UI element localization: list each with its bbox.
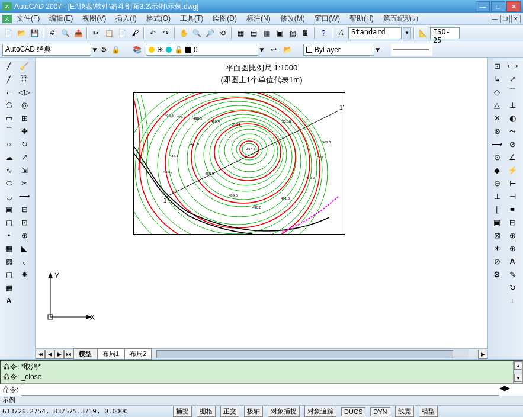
copy-tool[interactable]: ⿻ xyxy=(17,72,32,85)
polygon-tool[interactable]: ⬠ xyxy=(1,98,17,111)
toggle-model[interactable]: 模型 xyxy=(419,406,438,417)
arc-tool[interactable]: ⌒ xyxy=(1,124,17,137)
cut-button[interactable]: ✂ xyxy=(90,27,102,39)
dim-break-tool[interactable]: ⊟ xyxy=(505,216,520,229)
command-history[interactable]: 命令: *取消* 命令: _close ▲ ▼ xyxy=(0,360,523,384)
command-tab[interactable]: 示例 xyxy=(0,396,523,405)
zoom-previous-button[interactable]: ⟲ xyxy=(217,27,229,39)
menu-view[interactable]: 视图(V) xyxy=(78,12,111,25)
text-style-dropdown[interactable]: ▼ xyxy=(403,27,411,39)
offset-tool[interactable]: ◎ xyxy=(17,98,32,111)
gradient-tool[interactable]: ▨ xyxy=(1,255,17,268)
dim-jogged-tool[interactable]: ⤳ xyxy=(505,124,520,137)
stretch-tool[interactable]: ⇲ xyxy=(17,163,32,177)
dim-ordinate-tool[interactable]: ⊥ xyxy=(505,98,520,111)
menu-file[interactable]: 文件(F) xyxy=(12,12,44,25)
menu-draw[interactable]: 绘图(D) xyxy=(208,12,242,25)
hscroll-thumb[interactable] xyxy=(156,350,453,358)
cmd-hscroll-left[interactable]: ◀ xyxy=(499,384,505,396)
workspace-dropdown[interactable]: ▼ xyxy=(91,46,98,54)
pline-tool[interactable]: ⌐ xyxy=(1,85,17,98)
markup-set-button[interactable]: ▨ xyxy=(287,27,299,39)
properties-button[interactable]: ▦ xyxy=(235,27,246,39)
menu-insert[interactable]: 插入(I) xyxy=(111,12,141,25)
dim-angular-tool[interactable]: ∠ xyxy=(505,150,520,163)
undo-button[interactable]: ↶ xyxy=(147,27,159,39)
workspace-combo[interactable]: AutoCAD 经典 xyxy=(2,44,91,56)
osnap-end-icon[interactable]: ◇ xyxy=(489,85,505,98)
break-tool[interactable]: ⊡ xyxy=(17,216,32,229)
workspace-lock-icon[interactable]: 🔒 xyxy=(110,44,122,56)
osnap-settings-icon[interactable]: ⚙ xyxy=(489,268,505,281)
toggle-snap[interactable]: 捕捉 xyxy=(173,406,192,417)
menu-help[interactable]: 帮助(H) xyxy=(345,12,378,25)
command-input[interactable] xyxy=(21,384,499,396)
dim-style-tool[interactable]: ⟂ xyxy=(505,294,520,307)
tab-model[interactable]: 模型 xyxy=(73,348,97,360)
insert-tool[interactable]: ▣ xyxy=(1,203,17,216)
toggle-grid[interactable]: 栅格 xyxy=(197,406,216,417)
break-point-tool[interactable]: ⊟ xyxy=(17,203,32,216)
menu-format[interactable]: 格式(O) xyxy=(142,12,175,25)
table-tool[interactable]: ▦ xyxy=(1,281,17,294)
preview-button[interactable]: 🔍 xyxy=(59,27,71,39)
fillet-tool[interactable]: ◟ xyxy=(17,255,32,268)
cmd-vscroll-up[interactable]: ▲ xyxy=(514,361,522,370)
cmd-vscroll-down[interactable]: ▼ xyxy=(514,374,522,382)
mirror-tool[interactable]: ◁▷ xyxy=(17,85,32,98)
print-button[interactable]: 🖨 xyxy=(46,27,58,39)
doc-minimize-button[interactable]: — xyxy=(490,15,499,23)
close-button[interactable]: ✕ xyxy=(506,1,521,12)
erase-tool[interactable]: 🧹 xyxy=(17,59,32,72)
xline-tool[interactable]: ╱ xyxy=(1,72,17,85)
tab-prev-button[interactable]: ◀ xyxy=(45,350,54,359)
join-tool[interactable]: ⊕ xyxy=(17,229,32,242)
text-style-combo[interactable]: Standard xyxy=(348,27,402,39)
help-button[interactable]: ? xyxy=(317,27,329,39)
dim-linear-tool[interactable]: ⟷ xyxy=(505,59,520,72)
dim-style-combo[interactable]: ISO-25 xyxy=(430,27,460,39)
new-button[interactable]: 📄 xyxy=(2,27,14,39)
dim-text-edit-tool[interactable]: ✎ xyxy=(505,268,520,281)
dim-quick-tool[interactable]: ⚡ xyxy=(505,163,520,177)
osnap-near-icon[interactable]: ✶ xyxy=(489,242,505,255)
tolerance-tool[interactable]: ⊕ xyxy=(505,229,520,242)
toggle-osnap[interactable]: 对象捕捉 xyxy=(268,406,300,417)
copy-button[interactable]: 📋 xyxy=(103,27,115,39)
extend-tool[interactable]: ⟶ xyxy=(17,190,32,203)
toggle-dyn[interactable]: DYN xyxy=(370,407,390,416)
linetype-combo[interactable] xyxy=(391,44,432,56)
osnap-ext-icon[interactable]: ⟶ xyxy=(489,137,505,150)
toggle-lwt[interactable]: 线宽 xyxy=(395,406,414,417)
paste-button[interactable]: 📄 xyxy=(116,27,128,39)
zoom-realtime-button[interactable]: 🔍 xyxy=(191,27,203,39)
quickcalc-button[interactable]: 🖩 xyxy=(300,27,312,39)
layer-prev-button[interactable]: ↩ xyxy=(268,44,280,56)
circle-tool[interactable]: ○ xyxy=(1,137,17,150)
osnap-per-icon[interactable]: ⊥ xyxy=(489,190,505,203)
workspace-settings-icon[interactable]: ⚙ xyxy=(98,44,110,56)
cmd-vscroll[interactable]: ▲ ▼ xyxy=(513,361,522,383)
chamfer-tool[interactable]: ◣ xyxy=(17,242,32,255)
maximize-button[interactable]: □ xyxy=(491,1,505,12)
color-dropdown[interactable]: ▼ xyxy=(374,46,381,54)
menu-edit[interactable]: 编辑(E) xyxy=(44,12,78,25)
osnap-mid-icon[interactable]: △ xyxy=(489,98,505,111)
text-style-icon[interactable]: A xyxy=(335,27,347,39)
ellipse-tool[interactable]: ⬭ xyxy=(1,177,17,190)
layer-state-button[interactable]: 📂 xyxy=(282,44,294,56)
dim-continue-tool[interactable]: ⊣ xyxy=(505,190,520,203)
dim-aligned-tool[interactable]: ⤢ xyxy=(505,72,520,85)
drawing-canvas[interactable]: 平面图比例尺 1:1000 (即图上1个单位代表1m) xyxy=(36,58,487,348)
tab-last-button[interactable]: ⏭ xyxy=(64,350,73,359)
toggle-ducs[interactable]: DUCS xyxy=(341,407,365,416)
dim-edit-tool[interactable]: A xyxy=(505,255,520,268)
tab-first-button[interactable]: ⏮ xyxy=(36,350,45,359)
tab-layout2[interactable]: 布局2 xyxy=(124,348,152,360)
rotate-tool[interactable]: ↻ xyxy=(17,137,32,150)
move-tool[interactable]: ✥ xyxy=(17,124,32,137)
pan-button[interactable]: ✋ xyxy=(178,27,190,39)
trim-tool[interactable]: ✂ xyxy=(17,177,32,190)
osnap-cen-icon[interactable]: ⊙ xyxy=(489,150,505,163)
open-button[interactable]: 📂 xyxy=(15,27,27,39)
